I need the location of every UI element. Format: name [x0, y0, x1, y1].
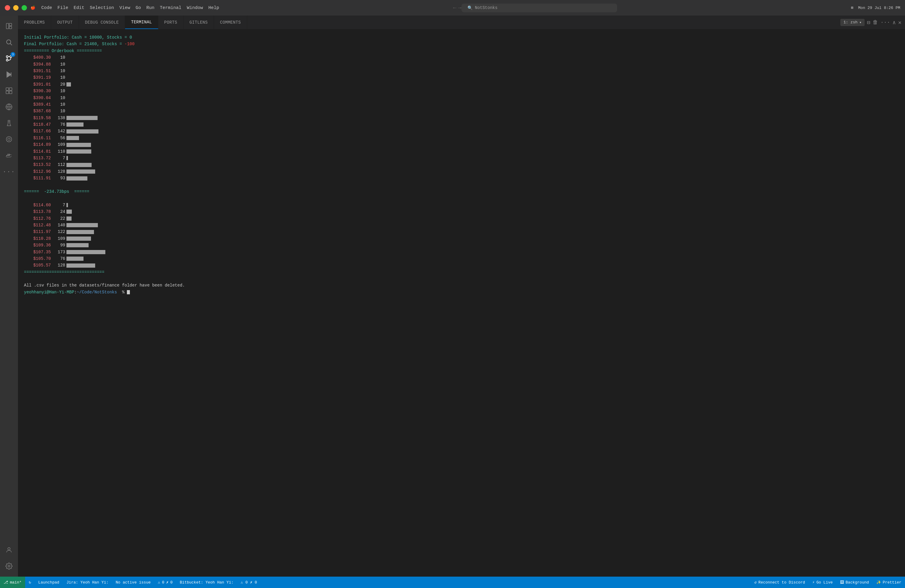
terminal-line: $112.48140 [24, 222, 899, 229]
error-count: 0 [162, 580, 164, 585]
no-issue-label: No active issue [116, 580, 151, 585]
delete-terminal-icon[interactable]: 🗑 [873, 19, 878, 25]
terminal-line: Final Portfolio: Cash = 21460, Stocks = … [24, 41, 899, 47]
warning-icon: ✗ [166, 580, 168, 585]
activity-notstonks[interactable] [2, 132, 16, 147]
activity-accounts[interactable] [2, 542, 16, 558]
menu-items: Code File Edit Selection View Go Run Ter… [41, 5, 219, 11]
terminal-line: $118.4776 [24, 121, 899, 128]
apple-icon[interactable]: 🍎 [30, 5, 35, 10]
terminal-prompt: yeohhanyi@Han-Yi-MBP:~/Code/NotStonks % [24, 289, 899, 296]
activity-search[interactable] [2, 35, 16, 50]
terminal-line: $391.0120 [24, 81, 899, 88]
menu-go[interactable]: Go [136, 5, 141, 11]
status-prettier[interactable]: ✨ Prettier [873, 577, 905, 588]
terminal-line: $391.5110 [24, 68, 899, 74]
status-bar: ⎇ main* ↻ Launchpad Jira: Yeoh Han Yi: N… [0, 577, 905, 588]
status-sync[interactable]: ↻ [25, 577, 35, 588]
activity-test[interactable] [2, 116, 16, 130]
split-terminal-icon[interactable]: ⊟ [867, 19, 870, 26]
status-bar-left: ⎇ main* ↻ Launchpad Jira: Yeoh Han Yi: N… [0, 577, 261, 588]
status-jira[interactable]: Jira: Yeoh Han Yi: [63, 577, 112, 588]
menu-file[interactable]: File [57, 5, 68, 11]
status-bitbucket[interactable]: Bitbucket: Yeoh Han Yi: [176, 577, 237, 588]
svg-point-7 [6, 59, 8, 61]
bb-warning: ⚠ 0 ✗ 0 [241, 580, 257, 585]
terminal-line: $387.6810 [24, 108, 899, 114]
menu-selection[interactable]: Selection [90, 5, 114, 11]
status-no-active-issue[interactable]: No active issue [112, 577, 154, 588]
activity-more[interactable]: ··· [2, 164, 16, 179]
activity-settings[interactable] [2, 559, 16, 574]
content-area: PROBLEMS OUTPUT DEBUG CONSOLE TERMINAL P… [18, 16, 905, 577]
terminal-line: $390.3010 [24, 88, 899, 94]
menu-view[interactable]: View [119, 5, 130, 11]
terminal-line: $105.57128 [24, 262, 899, 269]
terminal-line: ====== -234.73bps ====== [24, 188, 899, 195]
tab-comments[interactable]: COMMENTS [214, 16, 247, 29]
svg-point-16 [8, 138, 10, 140]
activity-extensions[interactable] [2, 83, 16, 98]
background-label: Background [846, 580, 869, 585]
terminal-selector[interactable]: 1: zsh ▾ [840, 19, 865, 26]
terminal-line: $114.89109 [24, 141, 899, 148]
activity-remote[interactable] [2, 99, 16, 114]
menu-bar: 🍎 Code File Edit Selection View Go Run T… [30, 5, 219, 11]
terminal-line: $113.7824 [24, 208, 899, 215]
menu-run[interactable]: Run [146, 5, 154, 11]
terminal-line [24, 275, 899, 282]
activity-bar: 3 [0, 16, 18, 577]
menu-help[interactable]: Help [208, 5, 219, 11]
launchpad-label: Launchpad [38, 580, 59, 585]
svg-point-22 [8, 548, 10, 550]
error-icon: ⚠ [158, 580, 160, 585]
warning-count: 0 [170, 580, 173, 585]
maximize-button[interactable] [22, 5, 27, 11]
terminal-selector-label: 1: zsh [843, 20, 857, 25]
tab-debug-console[interactable]: DEBUG CONSOLE [79, 16, 125, 29]
status-errors-warnings[interactable]: ⚠ 0 ✗ 0 [154, 577, 176, 588]
activity-run[interactable] [2, 67, 16, 82]
maximize-panel-icon[interactable]: ∧ [892, 19, 896, 26]
status-branch[interactable]: ⎇ main* [0, 577, 25, 588]
search-bar[interactable]: 🔍 NotStonks [462, 3, 617, 12]
status-bitbucket-errors[interactable]: ⚠ 0 ✗ 0 [237, 577, 261, 588]
svg-point-23 [8, 565, 10, 567]
terminal-line [24, 182, 899, 188]
close-button[interactable] [5, 5, 10, 11]
menu-code[interactable]: Code [41, 5, 52, 11]
layout-icon[interactable]: ⊞ [851, 5, 854, 10]
status-go-live[interactable]: ⚡ Go Live [809, 577, 836, 588]
activity-docker[interactable] [2, 148, 16, 163]
menu-edit[interactable]: Edit [74, 5, 84, 11]
status-background[interactable]: 🖼 Background [837, 577, 873, 588]
svg-rect-2 [9, 26, 12, 29]
nav-back-button[interactable]: ← [453, 5, 456, 11]
bitbucket-label: Bitbucket: Yeoh Han Yi: [180, 580, 233, 585]
tab-ports[interactable]: PORTS [158, 16, 184, 29]
more-actions-icon[interactable]: ··· [880, 19, 890, 25]
traffic-lights [5, 5, 27, 11]
activity-explorer[interactable] [2, 19, 16, 33]
menu-terminal[interactable]: Terminal [160, 5, 181, 11]
tab-terminal[interactable]: TERMINAL [125, 16, 158, 29]
terminal-output[interactable]: Initial Portfolio: Cash = 10000, Stocks … [18, 29, 905, 577]
search-icon: 🔍 [467, 5, 473, 11]
tab-output[interactable]: OUTPUT [51, 16, 79, 29]
menu-window[interactable]: Window [187, 5, 203, 11]
tab-gitlens[interactable]: GITLENS [183, 16, 214, 29]
terminal-line: $112.96128 [24, 168, 899, 175]
activity-source-control[interactable]: 3 [2, 51, 16, 66]
terminal-line: $389.4110 [24, 101, 899, 108]
status-reconnect[interactable]: ↺ Reconnect to Discord [751, 577, 809, 588]
svg-rect-13 [9, 91, 12, 94]
tab-problems[interactable]: PROBLEMS [18, 16, 51, 29]
svg-marker-8 [7, 72, 11, 77]
close-panel-icon[interactable]: ✕ [898, 19, 902, 26]
minimize-button[interactable] [13, 5, 19, 11]
nav-forward-button[interactable]: → [458, 5, 462, 11]
terminal-line: $117.66142 [24, 128, 899, 134]
status-launchpad[interactable]: Launchpad [35, 577, 63, 588]
branch-name: main* [10, 580, 22, 585]
terminal-line: $116.1156 [24, 135, 899, 141]
